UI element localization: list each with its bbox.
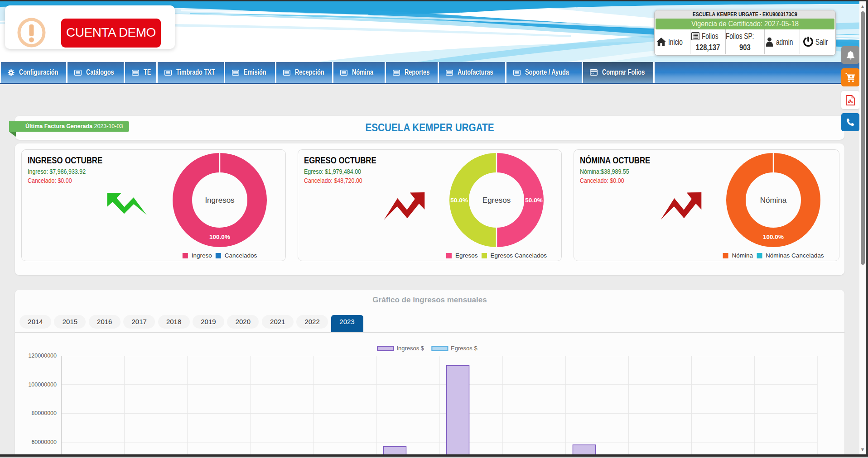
svg-text:Nómina: Nómina — [760, 196, 787, 205]
svg-text:Ingresos: Ingresos — [205, 196, 234, 205]
svg-text:100.0%: 100.0% — [763, 234, 784, 240]
svg-text:100.0%: 100.0% — [209, 234, 230, 240]
svg-text:50.0%: 50.0% — [450, 197, 468, 204]
svg-text:Egresos: Egresos — [482, 196, 511, 205]
svg-text:50.0%: 50.0% — [525, 197, 542, 204]
